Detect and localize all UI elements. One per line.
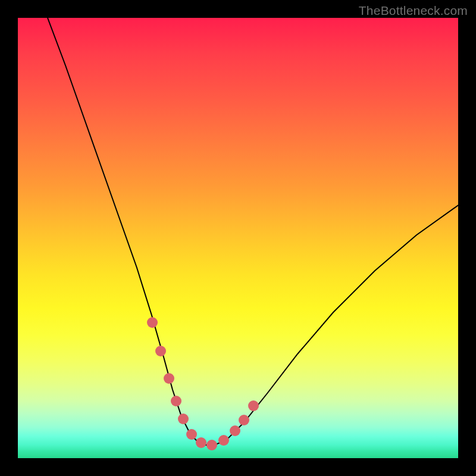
marker-dot [218,435,229,446]
bottleneck-curve [48,18,458,446]
marker-dot [186,429,197,440]
chart-frame [18,18,458,458]
marker-dot [155,346,166,356]
marker-dot [164,373,174,384]
marker-dot [239,415,249,425]
marker-dot [147,317,158,328]
watermark-text: TheBottleneck.com [359,4,468,18]
marker-dot [178,414,189,424]
marker-dot [248,400,259,411]
highlight-markers [147,317,259,450]
marker-dot [196,437,206,448]
marker-dot [171,396,181,406]
marker-dot [230,425,240,436]
chart-svg [18,18,458,458]
marker-dot [206,440,217,450]
